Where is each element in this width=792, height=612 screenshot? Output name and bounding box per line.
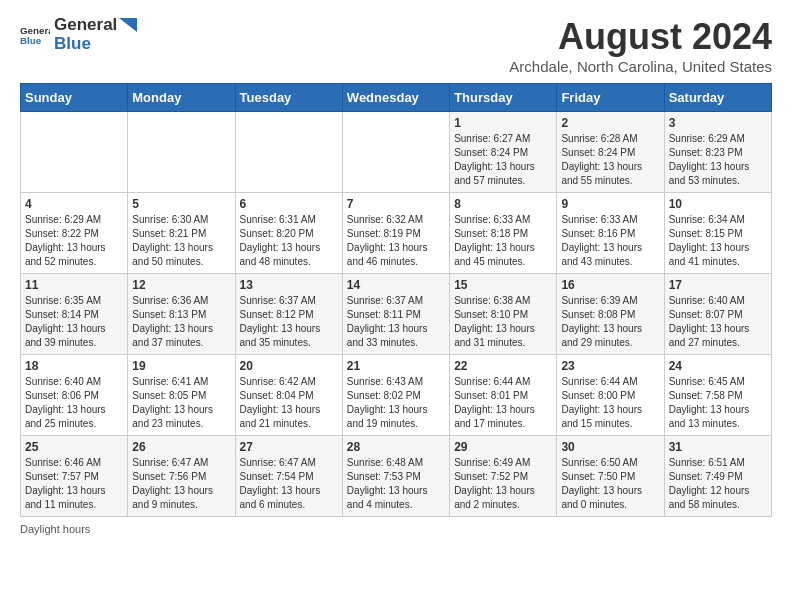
- calendar-day-cell: 5Sunrise: 6:30 AM Sunset: 8:21 PM Daylig…: [128, 193, 235, 274]
- day-number: 2: [561, 116, 659, 130]
- calendar-day-cell: 18Sunrise: 6:40 AM Sunset: 8:06 PM Dayli…: [21, 355, 128, 436]
- calendar-day-cell: 7Sunrise: 6:32 AM Sunset: 8:19 PM Daylig…: [342, 193, 449, 274]
- day-number: 27: [240, 440, 338, 454]
- calendar-day-header: Wednesday: [342, 84, 449, 112]
- day-info: Sunrise: 6:44 AM Sunset: 8:01 PM Dayligh…: [454, 375, 552, 431]
- calendar-week-row: 18Sunrise: 6:40 AM Sunset: 8:06 PM Dayli…: [21, 355, 772, 436]
- day-number: 23: [561, 359, 659, 373]
- day-info: Sunrise: 6:40 AM Sunset: 8:07 PM Dayligh…: [669, 294, 767, 350]
- calendar-day-cell: [128, 112, 235, 193]
- calendar-day-cell: 13Sunrise: 6:37 AM Sunset: 8:12 PM Dayli…: [235, 274, 342, 355]
- day-info: Sunrise: 6:40 AM Sunset: 8:06 PM Dayligh…: [25, 375, 123, 431]
- day-number: 15: [454, 278, 552, 292]
- calendar-day-header: Thursday: [450, 84, 557, 112]
- logo-arrow-icon: [119, 18, 137, 32]
- day-info: Sunrise: 6:46 AM Sunset: 7:57 PM Dayligh…: [25, 456, 123, 512]
- svg-text:General: General: [20, 24, 50, 35]
- calendar-day-cell: 14Sunrise: 6:37 AM Sunset: 8:11 PM Dayli…: [342, 274, 449, 355]
- day-info: Sunrise: 6:33 AM Sunset: 8:16 PM Dayligh…: [561, 213, 659, 269]
- day-info: Sunrise: 6:28 AM Sunset: 8:24 PM Dayligh…: [561, 132, 659, 188]
- day-number: 31: [669, 440, 767, 454]
- day-info: Sunrise: 6:36 AM Sunset: 8:13 PM Dayligh…: [132, 294, 230, 350]
- day-number: 21: [347, 359, 445, 373]
- calendar-day-cell: [342, 112, 449, 193]
- logo-blue: Blue: [54, 35, 137, 54]
- day-number: 9: [561, 197, 659, 211]
- calendar-week-row: 11Sunrise: 6:35 AM Sunset: 8:14 PM Dayli…: [21, 274, 772, 355]
- calendar-header-row: SundayMondayTuesdayWednesdayThursdayFrid…: [21, 84, 772, 112]
- day-info: Sunrise: 6:49 AM Sunset: 7:52 PM Dayligh…: [454, 456, 552, 512]
- day-number: 13: [240, 278, 338, 292]
- day-info: Sunrise: 6:27 AM Sunset: 8:24 PM Dayligh…: [454, 132, 552, 188]
- day-number: 5: [132, 197, 230, 211]
- day-number: 10: [669, 197, 767, 211]
- calendar-day-header: Monday: [128, 84, 235, 112]
- day-number: 12: [132, 278, 230, 292]
- calendar-day-cell: 11Sunrise: 6:35 AM Sunset: 8:14 PM Dayli…: [21, 274, 128, 355]
- calendar-day-cell: 19Sunrise: 6:41 AM Sunset: 8:05 PM Dayli…: [128, 355, 235, 436]
- calendar-table: SundayMondayTuesdayWednesdayThursdayFrid…: [20, 83, 772, 517]
- day-info: Sunrise: 6:45 AM Sunset: 7:58 PM Dayligh…: [669, 375, 767, 431]
- day-number: 19: [132, 359, 230, 373]
- calendar-week-row: 4Sunrise: 6:29 AM Sunset: 8:22 PM Daylig…: [21, 193, 772, 274]
- day-number: 7: [347, 197, 445, 211]
- day-number: 8: [454, 197, 552, 211]
- day-number: 1: [454, 116, 552, 130]
- day-number: 14: [347, 278, 445, 292]
- day-info: Sunrise: 6:34 AM Sunset: 8:15 PM Dayligh…: [669, 213, 767, 269]
- calendar-day-cell: [235, 112, 342, 193]
- calendar-body: 1Sunrise: 6:27 AM Sunset: 8:24 PM Daylig…: [21, 112, 772, 517]
- calendar-day-cell: 16Sunrise: 6:39 AM Sunset: 8:08 PM Dayli…: [557, 274, 664, 355]
- day-info: Sunrise: 6:43 AM Sunset: 8:02 PM Dayligh…: [347, 375, 445, 431]
- day-info: Sunrise: 6:30 AM Sunset: 8:21 PM Dayligh…: [132, 213, 230, 269]
- day-info: Sunrise: 6:48 AM Sunset: 7:53 PM Dayligh…: [347, 456, 445, 512]
- calendar-day-cell: 1Sunrise: 6:27 AM Sunset: 8:24 PM Daylig…: [450, 112, 557, 193]
- calendar-day-cell: 30Sunrise: 6:50 AM Sunset: 7:50 PM Dayli…: [557, 436, 664, 517]
- calendar-day-cell: 4Sunrise: 6:29 AM Sunset: 8:22 PM Daylig…: [21, 193, 128, 274]
- day-number: 30: [561, 440, 659, 454]
- calendar-day-cell: 25Sunrise: 6:46 AM Sunset: 7:57 PM Dayli…: [21, 436, 128, 517]
- day-info: Sunrise: 6:29 AM Sunset: 8:23 PM Dayligh…: [669, 132, 767, 188]
- calendar-day-cell: 9Sunrise: 6:33 AM Sunset: 8:16 PM Daylig…: [557, 193, 664, 274]
- calendar-day-header: Friday: [557, 84, 664, 112]
- calendar-day-cell: 17Sunrise: 6:40 AM Sunset: 8:07 PM Dayli…: [664, 274, 771, 355]
- calendar-day-cell: 2Sunrise: 6:28 AM Sunset: 8:24 PM Daylig…: [557, 112, 664, 193]
- calendar-day-cell: 6Sunrise: 6:31 AM Sunset: 8:20 PM Daylig…: [235, 193, 342, 274]
- calendar-day-header: Tuesday: [235, 84, 342, 112]
- day-info: Sunrise: 6:33 AM Sunset: 8:18 PM Dayligh…: [454, 213, 552, 269]
- day-info: Sunrise: 6:44 AM Sunset: 8:00 PM Dayligh…: [561, 375, 659, 431]
- day-number: 18: [25, 359, 123, 373]
- calendar-day-cell: 31Sunrise: 6:51 AM Sunset: 7:49 PM Dayli…: [664, 436, 771, 517]
- page-title: August 2024: [509, 16, 772, 58]
- calendar-day-cell: 26Sunrise: 6:47 AM Sunset: 7:56 PM Dayli…: [128, 436, 235, 517]
- day-info: Sunrise: 6:37 AM Sunset: 8:12 PM Dayligh…: [240, 294, 338, 350]
- calendar-day-cell: 22Sunrise: 6:44 AM Sunset: 8:01 PM Dayli…: [450, 355, 557, 436]
- logo: General Blue General Blue: [20, 16, 137, 53]
- calendar-day-cell: 15Sunrise: 6:38 AM Sunset: 8:10 PM Dayli…: [450, 274, 557, 355]
- day-number: 26: [132, 440, 230, 454]
- day-info: Sunrise: 6:37 AM Sunset: 8:11 PM Dayligh…: [347, 294, 445, 350]
- calendar-week-row: 1Sunrise: 6:27 AM Sunset: 8:24 PM Daylig…: [21, 112, 772, 193]
- day-info: Sunrise: 6:32 AM Sunset: 8:19 PM Dayligh…: [347, 213, 445, 269]
- calendar-week-row: 25Sunrise: 6:46 AM Sunset: 7:57 PM Dayli…: [21, 436, 772, 517]
- header: General Blue General Blue August 2024 Ar…: [20, 16, 772, 75]
- calendar-day-header: Saturday: [664, 84, 771, 112]
- day-info: Sunrise: 6:29 AM Sunset: 8:22 PM Dayligh…: [25, 213, 123, 269]
- svg-marker-3: [119, 18, 137, 32]
- day-number: 3: [669, 116, 767, 130]
- day-info: Sunrise: 6:42 AM Sunset: 8:04 PM Dayligh…: [240, 375, 338, 431]
- calendar-day-cell: 12Sunrise: 6:36 AM Sunset: 8:13 PM Dayli…: [128, 274, 235, 355]
- calendar-day-cell: 21Sunrise: 6:43 AM Sunset: 8:02 PM Dayli…: [342, 355, 449, 436]
- day-info: Sunrise: 6:35 AM Sunset: 8:14 PM Dayligh…: [25, 294, 123, 350]
- page-subtitle: Archdale, North Carolina, United States: [509, 58, 772, 75]
- day-number: 20: [240, 359, 338, 373]
- day-number: 24: [669, 359, 767, 373]
- calendar-day-header: Sunday: [21, 84, 128, 112]
- day-number: 4: [25, 197, 123, 211]
- calendar-day-cell: 24Sunrise: 6:45 AM Sunset: 7:58 PM Dayli…: [664, 355, 771, 436]
- day-info: Sunrise: 6:50 AM Sunset: 7:50 PM Dayligh…: [561, 456, 659, 512]
- day-number: 25: [25, 440, 123, 454]
- day-number: 28: [347, 440, 445, 454]
- title-area: August 2024 Archdale, North Carolina, Un…: [509, 16, 772, 75]
- day-number: 16: [561, 278, 659, 292]
